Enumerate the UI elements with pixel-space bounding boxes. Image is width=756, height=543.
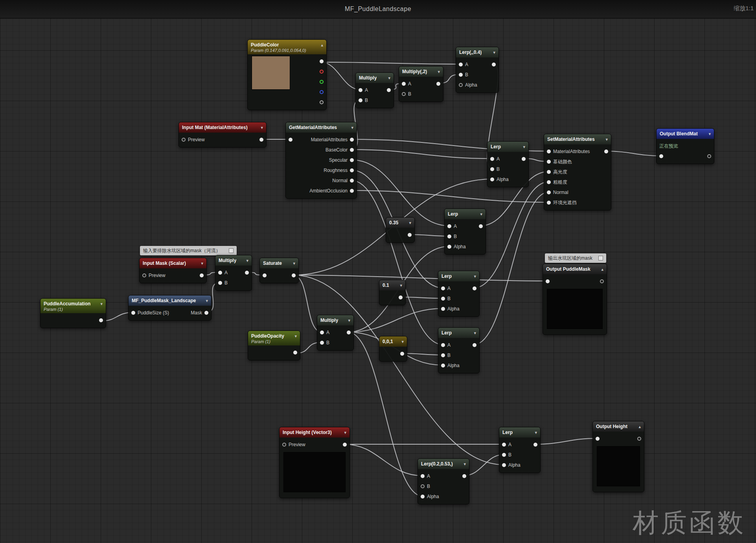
node-puddle_accum[interactable]: PuddleAccumulation▾Param (1) xyxy=(40,298,106,328)
node-multiply_top[interactable]: Multiply▾AB xyxy=(355,72,394,108)
wire[interactable] xyxy=(464,454,504,476)
collapse-icon[interactable]: ▾ xyxy=(480,212,482,217)
pin-out[interactable] xyxy=(347,331,351,334)
pin-a[interactable] xyxy=(359,88,362,92)
pin-pin[interactable] xyxy=(182,138,186,142)
wire[interactable] xyxy=(400,297,443,298)
pin-alpha[interactable] xyxy=(502,463,506,467)
pin-specular[interactable] xyxy=(350,158,354,162)
pin-out[interactable] xyxy=(637,437,641,441)
collapse-icon[interactable]: ▾ xyxy=(401,339,404,344)
pin-ma[interactable] xyxy=(350,138,354,142)
collapse-icon[interactable]: ▾ xyxy=(474,331,476,336)
pin-roughness[interactable] xyxy=(547,180,551,184)
pin-alpha[interactable] xyxy=(490,177,494,181)
wire[interactable] xyxy=(351,150,492,159)
pin-ma[interactable] xyxy=(547,150,551,153)
pin-out[interactable] xyxy=(320,59,324,63)
comment-bubble-icon[interactable] xyxy=(598,256,603,260)
pin-in[interactable] xyxy=(289,138,292,142)
pin-g[interactable] xyxy=(320,80,324,84)
pin-out[interactable] xyxy=(259,138,263,142)
collapse-icon[interactable]: ▴ xyxy=(638,424,641,429)
pin-out[interactable] xyxy=(200,273,204,277)
pin-r[interactable] xyxy=(320,70,324,74)
node-output_height[interactable]: Output Height▴ xyxy=(592,421,644,492)
pin-out[interactable] xyxy=(387,88,391,92)
pin-out[interactable] xyxy=(99,318,103,322)
pin-out[interactable] xyxy=(400,352,404,356)
pin-out[interactable] xyxy=(707,154,711,158)
node-puddle_color[interactable]: PuddleColor▴Param (0.147,0.091,0.054,0) xyxy=(247,39,327,110)
pin-b[interactable] xyxy=(490,167,494,171)
collapse-icon[interactable]: ▾ xyxy=(348,318,350,323)
pin-specular[interactable] xyxy=(547,170,551,174)
node-lerp_spec[interactable]: Lerp▾ABAlpha xyxy=(444,209,486,255)
pin-a[interactable] xyxy=(459,63,463,66)
collapse-icon[interactable]: ▾ xyxy=(206,298,208,303)
collapse-icon[interactable]: ▾ xyxy=(400,283,402,288)
pin-b[interactable] xyxy=(447,235,451,238)
pin-in[interactable] xyxy=(596,437,600,441)
graph-canvas[interactable]: PuddleColor▴Param (0.147,0.091,0.054,0)L… xyxy=(0,0,756,543)
pin-out[interactable] xyxy=(479,224,483,228)
node-lerp_basecolor[interactable]: Lerp▾ABAlpha xyxy=(487,141,529,187)
node-lerp_04[interactable]: Lerp(,,0.4)▾ABAlpha xyxy=(456,47,499,93)
collapse-icon[interactable]: ▾ xyxy=(201,261,203,266)
node-puddle_opacity[interactable]: PuddleOpacity▾Param (1) xyxy=(248,331,300,360)
pin-in[interactable] xyxy=(546,279,550,283)
node-input_height[interactable]: Input Height (Vector3)▾Preview xyxy=(279,427,350,498)
node-lerp_height[interactable]: Lerp▾ABAlpha xyxy=(499,427,541,473)
pin-in[interactable] xyxy=(131,311,135,315)
pin-alpha[interactable] xyxy=(421,495,425,499)
wire[interactable] xyxy=(351,160,449,226)
node-const_01[interactable]: 0.1▾ xyxy=(379,280,406,305)
pin-in[interactable] xyxy=(263,273,267,277)
node-get_ma[interactable]: GetMaterialAttributes▾MaterialAttributes… xyxy=(285,122,357,199)
pin-pin[interactable] xyxy=(142,273,146,277)
collapse-icon[interactable]: ▾ xyxy=(708,131,711,137)
pin-alpha[interactable] xyxy=(447,245,451,249)
wire[interactable] xyxy=(605,151,661,156)
pin-out[interactable] xyxy=(245,271,249,275)
pin-a[interactable] xyxy=(320,100,324,104)
collapse-icon[interactable]: ▾ xyxy=(261,125,263,130)
pin-b[interactable] xyxy=(359,98,362,102)
collapse-icon[interactable]: ▾ xyxy=(344,430,346,435)
node-const_001[interactable]: 0,0,1▾ xyxy=(379,336,407,362)
pin-b[interactable] xyxy=(441,353,445,357)
wire[interactable] xyxy=(401,353,443,355)
collapse-icon[interactable]: ▾ xyxy=(100,301,103,307)
collapse-icon[interactable]: ▾ xyxy=(464,462,466,467)
collapse-icon[interactable]: ▾ xyxy=(535,430,537,435)
collapse-icon[interactable]: ▾ xyxy=(388,76,390,81)
pin-a[interactable] xyxy=(441,286,445,290)
collapse-icon[interactable]: ▾ xyxy=(294,334,297,339)
wire[interactable] xyxy=(344,444,423,476)
pin-out[interactable] xyxy=(293,351,297,355)
collapse-icon[interactable]: ▾ xyxy=(605,137,608,142)
pin-pin[interactable] xyxy=(282,443,286,447)
node-lerp_normal[interactable]: Lerp▾ABAlpha xyxy=(438,327,480,373)
pin-a[interactable] xyxy=(218,271,222,275)
collapse-icon[interactable]: ▾ xyxy=(523,144,525,150)
pin-out[interactable] xyxy=(473,286,476,290)
comment-comment_output[interactable]: 输出水坑区域的mask xyxy=(545,253,606,263)
pin-ao[interactable] xyxy=(350,189,354,193)
pin-out[interactable] xyxy=(292,273,296,277)
pin-out[interactable] xyxy=(473,343,476,347)
pin-a[interactable] xyxy=(441,343,445,347)
collapse-icon[interactable]: ▾ xyxy=(409,220,411,225)
wire[interactable] xyxy=(321,62,361,90)
pin-alpha[interactable] xyxy=(459,83,463,87)
node-set_ma[interactable]: SetMaterialAttributes▾MaterialAttributes… xyxy=(544,134,611,211)
collapse-icon[interactable]: ▴ xyxy=(601,267,603,272)
pin-out[interactable] xyxy=(204,311,208,315)
node-multiply_op[interactable]: Multiply▾AB xyxy=(317,315,354,351)
pin-b[interactable] xyxy=(218,281,222,285)
wire[interactable] xyxy=(409,235,449,236)
pin-out[interactable] xyxy=(436,82,440,86)
pin-a[interactable] xyxy=(502,443,506,447)
node-output_blendmat[interactable]: Output BlendMat▾正在预览 xyxy=(656,128,714,164)
pin-normal[interactable] xyxy=(547,190,551,194)
